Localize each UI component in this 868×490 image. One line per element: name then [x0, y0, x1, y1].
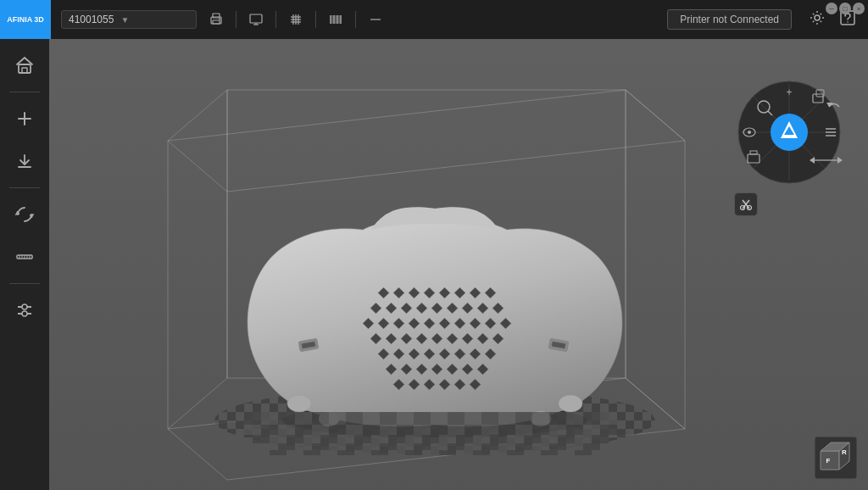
svg-point-242 [748, 131, 751, 134]
svg-point-114 [287, 395, 311, 412]
svg-rect-123 [312, 412, 329, 425]
svg-rect-175 [456, 435, 473, 443]
svg-rect-162 [600, 425, 617, 435]
svg-rect-134 [498, 412, 515, 425]
toolbar-barcode-icon[interactable] [325, 8, 347, 31]
svg-rect-150 [397, 425, 414, 435]
svg-rect-164 [270, 435, 287, 443]
svg-rect-160 [566, 425, 583, 435]
svg-rect-140 [600, 412, 617, 425]
svg-rect-211 [388, 450, 405, 455]
svg-rect-136 [532, 412, 549, 425]
sidebar-item-home[interactable] [5, 46, 44, 85]
sidebar-item-print[interactable] [5, 142, 44, 181]
toolbar-grid-icon[interactable] [285, 8, 307, 31]
svg-rect-212 [405, 450, 422, 455]
sidebar-item-rotate[interactable] [5, 195, 44, 234]
svg-rect-217 [490, 450, 507, 455]
svg-rect-184 [261, 443, 278, 450]
svg-rect-133 [481, 412, 498, 425]
svg-rect-129 [414, 412, 431, 425]
svg-rect-180 [541, 435, 558, 443]
model-selector[interactable]: 41001055 ▼ [61, 10, 197, 29]
svg-rect-200 [532, 443, 549, 450]
svg-text:R: R [842, 448, 847, 456]
svg-rect-176 [473, 435, 490, 443]
dropdown-arrow: ▼ [120, 15, 129, 25]
sidebar-item-measure[interactable] [5, 237, 44, 276]
svg-rect-126 [363, 412, 380, 425]
svg-rect-196 [465, 443, 481, 450]
viewport[interactable]: + [49, 39, 868, 490]
svg-rect-2 [213, 20, 220, 24]
svg-rect-169 [354, 435, 371, 443]
svg-rect-210 [371, 450, 388, 455]
svg-rect-185 [278, 443, 295, 450]
svg-rect-172 [405, 435, 422, 443]
svg-rect-155 [481, 425, 498, 435]
svg-rect-146 [329, 425, 346, 435]
svg-rect-186 [295, 443, 312, 450]
minimize-button[interactable]: ─ [826, 3, 837, 14]
svg-rect-222 [575, 450, 592, 455]
window-controls: ─ □ × [826, 0, 868, 17]
separator-4 [355, 11, 356, 28]
svg-rect-182 [575, 435, 592, 443]
svg-rect-130 [431, 412, 448, 425]
svg-rect-168 [337, 435, 354, 443]
svg-rect-221 [558, 450, 575, 455]
svg-rect-188 [329, 443, 346, 450]
close-button[interactable]: × [853, 3, 865, 14]
svg-rect-201 [549, 443, 566, 450]
sidebar-item-add[interactable] [5, 99, 44, 138]
svg-point-39 [22, 304, 27, 309]
toolbar-print-icon[interactable] [205, 8, 227, 31]
svg-rect-181 [558, 435, 575, 443]
svg-rect-191 [380, 443, 397, 450]
toolbar-display-icon[interactable] [245, 8, 267, 31]
svg-rect-216 [473, 450, 490, 455]
separator-2 [275, 11, 276, 28]
svg-rect-199 [515, 443, 532, 450]
svg-rect-153 [448, 425, 465, 435]
svg-rect-132 [465, 412, 481, 425]
separator-3 [315, 11, 316, 28]
svg-rect-131 [448, 412, 465, 425]
toolbar-icons [205, 8, 387, 31]
svg-rect-214 [439, 450, 456, 455]
tool-wheel-svg: + [734, 77, 844, 187]
cut-button[interactable] [734, 192, 758, 216]
svg-rect-174 [439, 435, 456, 443]
toolbar-extra-icon[interactable] [364, 8, 387, 31]
svg-rect-141 [244, 425, 261, 435]
svg-rect-198 [498, 443, 515, 450]
svg-rect-163 [253, 435, 270, 443]
svg-text:+: + [786, 86, 792, 98]
svg-rect-218 [507, 450, 524, 455]
svg-rect-202 [566, 443, 583, 450]
svg-rect-125 [346, 412, 363, 425]
svg-rect-119 [244, 412, 261, 425]
logo: AFINIA 3D [0, 0, 51, 39]
connection-status: Printer not Connected [667, 9, 792, 30]
svg-rect-158 [532, 425, 549, 435]
svg-rect-171 [388, 435, 405, 443]
topbar: AFINIA 3D 41001055 ▼ [0, 0, 868, 39]
svg-rect-166 [303, 435, 320, 443]
svg-rect-143 [278, 425, 295, 435]
svg-rect-219 [524, 450, 541, 455]
maximize-button[interactable]: □ [839, 3, 851, 14]
svg-rect-165 [287, 435, 303, 443]
svg-rect-213 [422, 450, 439, 455]
svg-rect-187 [312, 443, 329, 450]
svg-rect-157 [515, 425, 532, 435]
svg-rect-24 [19, 64, 31, 73]
sidebar-divider-1 [9, 92, 40, 92]
svg-rect-154 [465, 425, 481, 435]
svg-rect-159 [549, 425, 566, 435]
svg-rect-124 [329, 412, 346, 425]
svg-rect-144 [295, 425, 312, 435]
sidebar-item-settings[interactable] [5, 291, 44, 330]
svg-rect-137 [549, 412, 566, 425]
svg-rect-206 [303, 450, 320, 455]
